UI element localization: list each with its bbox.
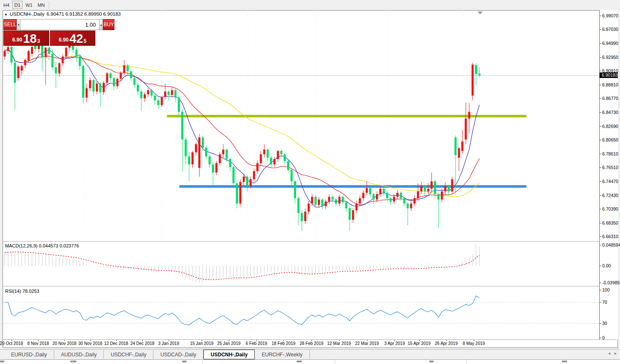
clipped-content-fragment <box>429 361 434 362</box>
timeframe-button-mn[interactable]: MN <box>36 1 47 9</box>
date-label: 12 Dec 2018 <box>101 341 131 346</box>
rsi-panel-canvas[interactable] <box>3 287 599 339</box>
date-label: 18 Feb 2019 <box>269 341 298 346</box>
axis-tick <box>600 266 601 266</box>
date-label: 3 Jan 2019 <box>154 341 183 346</box>
price-axis-label: 6.82690 <box>602 124 618 129</box>
chart-tab-bar: EURUSD-,DailyAUDUSD-,DailyUSDCHF-,DailyU… <box>0 349 620 359</box>
volume-input[interactable] <box>20 19 99 30</box>
date-label: 8 May 2019 <box>459 341 489 346</box>
price-axis-label: 6.66310 <box>602 234 618 239</box>
sell-price-prefix: 6.90 <box>12 37 22 43</box>
price-axis-label: 6.74470 <box>602 179 618 184</box>
date-label: 26 Apr 2019 <box>431 341 461 346</box>
date-axis: 29 Oct 20188 Nov 201820 Nov 201830 Nov 2… <box>3 340 599 347</box>
ohlc-open: 6.90471 <box>47 11 64 17</box>
macd-panel-canvas[interactable] <box>3 242 599 286</box>
axis-tick <box>600 29 601 30</box>
clipped-content-fragment <box>70 361 76 362</box>
axis-tick <box>600 245 601 245</box>
price-axis-label: 6.68350 <box>602 220 618 225</box>
tab-audusd-daily[interactable]: AUDUSD-,Daily <box>54 350 104 359</box>
toolbar-separator <box>49 1 49 9</box>
axis-tick <box>600 43 601 44</box>
axis-tick <box>600 112 601 113</box>
axis-tick <box>600 223 601 223</box>
price-axis-label: 6.76510 <box>602 165 618 170</box>
tab-eurchf-weekly[interactable]: EURCHF-,Weekly <box>255 350 309 359</box>
axis-tick <box>600 323 601 324</box>
axis-tick <box>600 167 601 168</box>
clipped-divider <box>72 360 72 364</box>
one-click-trading-panel: SELL ▼ ▲ BUY 6.90183 6.90425 <box>3 19 95 46</box>
date-label: 30 Nov 2018 <box>75 341 105 346</box>
clipped-divider <box>466 360 467 364</box>
current-price-tag: 6.90183 <box>600 72 618 78</box>
axis-tick <box>600 290 601 290</box>
date-label: 15 Jan 2019 <box>187 341 217 346</box>
buy-price-button[interactable]: 6.90425 <box>50 31 96 46</box>
tab-usdchf-daily[interactable]: USDCHF-,Daily <box>104 350 153 359</box>
date-label: 25 Jan 2019 <box>214 341 244 346</box>
axis-tick <box>600 98 601 99</box>
price-axis-label: 6.88810 <box>602 82 618 87</box>
chart-title: ▲ USDCNH-,Daily 6.90471 6.91352 6.89950 … <box>4 11 121 17</box>
spinner-up-icon: ▲ <box>100 23 103 26</box>
axis-tick <box>600 140 601 140</box>
date-label: 6 Feb 2019 <box>242 341 271 346</box>
date-label: 20 Nov 2018 <box>50 341 79 346</box>
macd-label: MACD(12,26,9) 0.044573 0.023776 <box>5 243 79 248</box>
sell-price-button[interactable]: 6.90183 <box>3 31 49 46</box>
axis-tick <box>600 209 601 209</box>
clipped-divider <box>202 360 203 364</box>
axis-tick <box>600 16 601 16</box>
tab-eurusd-daily[interactable]: EURUSD-,Daily <box>4 350 54 359</box>
date-label: 15 Apr 2019 <box>404 341 434 346</box>
ohlc-close: 6.90183 <box>103 11 121 17</box>
timeframe-button-h4[interactable]: H4 <box>1 1 11 9</box>
tabs-scroll-left-icon[interactable]: ◄ <box>607 351 611 356</box>
ohlc-high: 6.91352 <box>65 11 83 17</box>
rsi-label: RSI(14) 78.0253 <box>5 289 39 294</box>
clipped-content-fragment <box>297 361 302 362</box>
tab-usdcnh-daily[interactable]: USDCNH-,Daily <box>203 350 255 359</box>
price-axis: 6.990706.970306.949906.929506.909106.888… <box>600 10 618 339</box>
price-axis-label: 6.86770 <box>602 96 618 101</box>
macd-axis-label: -0.039856 <box>602 280 620 285</box>
buy-button[interactable]: BUY <box>103 19 114 30</box>
rsi-axis-label: 30 <box>602 321 607 326</box>
date-label: 24 Dec 2018 <box>128 341 157 346</box>
price-axis-label: 6.94990 <box>602 41 618 46</box>
timeframe-button-w1[interactable]: W1 <box>23 1 35 9</box>
sell-price-pips: 18 <box>23 33 36 44</box>
date-label: 8 Nov 2018 <box>23 341 53 346</box>
axis-tick <box>600 85 601 85</box>
timeframe-button-d1[interactable]: D1 <box>12 1 22 9</box>
clipped-content-fragment <box>182 361 186 362</box>
price-axis-label: 6.92950 <box>602 55 618 60</box>
price-axis-label: 6.72430 <box>602 193 618 198</box>
tab-usdcad-daily[interactable]: USDCAD-,Daily <box>153 350 203 359</box>
clipped-content-fragment <box>562 361 567 362</box>
price-axis-label: 6.70390 <box>602 206 618 211</box>
collapse-quote-panel-icon[interactable]: ▲ <box>4 12 8 16</box>
price-axis-label: 6.78610 <box>602 151 618 156</box>
axis-tick <box>600 71 601 71</box>
price-axis-label: 6.80650 <box>602 137 618 142</box>
volume-increase-button[interactable]: ▲ <box>99 19 103 30</box>
timeframe-toolbar: H4D1W1MN <box>0 0 620 10</box>
sell-button[interactable]: SELL <box>3 19 17 30</box>
sell-price-point: 3 <box>37 38 40 44</box>
axis-tick <box>600 154 601 154</box>
axis-tick <box>600 283 601 283</box>
clipped-divider <box>335 360 335 364</box>
macd-axis-label: 0.048594 <box>602 242 620 247</box>
volume-decrease-button[interactable]: ▼ <box>17 19 20 30</box>
rsi-axis-label: 0 <box>602 335 605 340</box>
price-axis-label: 6.97030 <box>602 27 618 32</box>
date-label: 29 Oct 2018 <box>0 341 26 346</box>
next-window-edge <box>0 359 620 364</box>
tabs-scroll-right-icon[interactable]: ► <box>614 351 617 356</box>
spinner-down-icon: ▼ <box>17 23 20 26</box>
date-label: 12 Mar 2019 <box>324 341 354 346</box>
